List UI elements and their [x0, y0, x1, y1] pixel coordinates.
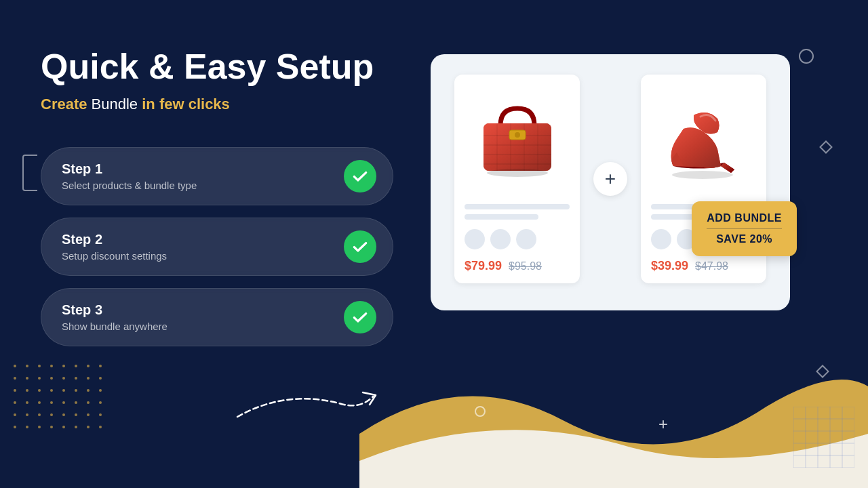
step-1-info: Step 1 Select products & bundle type: [62, 161, 197, 191]
main-content: Quick & Easy Setup Create Bundle in few …: [0, 0, 868, 488]
step-3-desc: Show bundle anywhere: [62, 321, 167, 332]
check-icon-3: [351, 308, 369, 326]
dashed-arrow: [231, 383, 380, 424]
step-3-info: Step 3 Show bundle anywhere: [62, 302, 167, 332]
product-1-prices: $79.99 $95.98: [465, 259, 570, 273]
step-1-check: [344, 160, 376, 192]
product-circle: [651, 229, 671, 249]
product-showcase: $79.99 $95.98 +: [431, 54, 790, 310]
main-title: Quick & Easy Setup: [41, 47, 393, 86]
check-icon-1: [351, 167, 369, 185]
svg-point-25: [672, 171, 733, 179]
step-1-title: Step 1: [62, 161, 197, 177]
add-bundle-label: ADD BUNDLE: [707, 212, 782, 224]
left-panel: Quick & Easy Setup Create Bundle in few …: [41, 41, 393, 346]
step-2-card: Step 2 Setup discount settings: [41, 218, 393, 276]
step-3-check: [344, 301, 376, 333]
product-2-price-new: $39.99: [651, 259, 688, 273]
plus-symbol: +: [605, 168, 616, 190]
step-1-card: Step 1 Select products & bundle type: [41, 147, 393, 205]
right-panel: $79.99 $95.98 +: [393, 41, 827, 310]
product-circle: [516, 229, 536, 249]
svg-point-24: [487, 169, 548, 177]
product-1-lines: [465, 204, 570, 220]
step-1-desc: Select products & bundle type: [62, 180, 197, 191]
step-2-info: Step 2 Setup discount settings: [62, 232, 167, 262]
product-1-circles: [465, 229, 570, 249]
save-label: SAVE 20%: [707, 233, 782, 245]
subtitle: Create Bundle in few clicks: [41, 96, 393, 113]
product-1-image: [465, 85, 570, 193]
step-3-card: Step 3 Show bundle anywhere: [41, 288, 393, 346]
product-circle: [490, 229, 511, 249]
product-line: [465, 214, 538, 220]
product-1-price-old: $95.98: [509, 260, 542, 272]
product-circle: [465, 229, 485, 249]
bag-svg: [470, 95, 565, 183]
product-2-prices: $39.99 $47.98: [651, 259, 756, 273]
plus-separator: +: [593, 162, 627, 196]
add-bundle-button[interactable]: ADD BUNDLE SAVE 20%: [692, 201, 797, 256]
product-line: [465, 204, 570, 209]
step-2-desc: Setup discount settings: [62, 250, 167, 262]
product-1: $79.99 $95.98: [454, 75, 580, 283]
product-2-price-old: $47.98: [695, 260, 728, 272]
step-2-title: Step 2: [62, 232, 167, 247]
subtitle-bundle: Bundle: [87, 96, 142, 113]
svg-point-23: [515, 132, 520, 138]
check-icon-2: [351, 238, 369, 256]
step-2-check: [344, 230, 376, 263]
heels-svg: [656, 95, 751, 183]
subtitle-create: Create: [41, 96, 87, 113]
bundle-divider: [707, 228, 782, 229]
steps-list: Step 1 Select products & bundle type Ste…: [41, 147, 393, 346]
product-1-price-new: $79.99: [465, 259, 502, 273]
product-2-image: [651, 85, 756, 193]
subtitle-clicks: in few clicks: [142, 96, 230, 113]
step-3-title: Step 3: [62, 302, 167, 318]
